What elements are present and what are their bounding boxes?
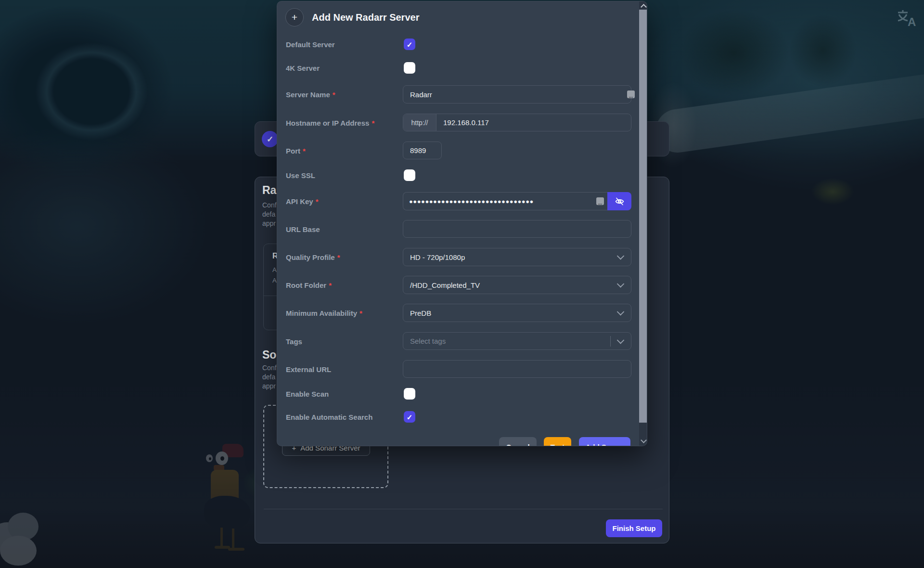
api-key-label: API Key* xyxy=(286,197,319,206)
field-row-root-folder: Root Folder* /HDD_Completed_TV xyxy=(286,276,630,294)
external-url-label: External URL xyxy=(286,365,331,373)
chevron-down-icon xyxy=(641,437,647,443)
radarr-section-desc-line1: Conf xyxy=(262,201,277,209)
chevron-down-icon xyxy=(617,308,625,316)
field-row-external-url: External URL xyxy=(286,360,630,378)
quality-profile-label: Quality Profile* xyxy=(286,253,340,261)
url-base-label: URL Base xyxy=(286,225,320,233)
external-url-input[interactable] xyxy=(403,360,631,378)
required-marker: * xyxy=(337,253,340,261)
radarr-section-desc-line2: defa xyxy=(262,210,275,218)
protocol-prefix: http:// xyxy=(403,114,436,131)
screen: A ✓ Ra Conf defa appr R A A So Conf defa… xyxy=(0,0,924,568)
check-icon: ✓ xyxy=(407,41,413,48)
modal-scrollbar[interactable] xyxy=(639,1,647,446)
enable-scan-label: Enable Scan xyxy=(286,390,329,398)
sonarr-section-desc-line3: appr xyxy=(262,382,276,390)
field-row-4k-server: 4K Server xyxy=(286,62,630,74)
hostname-input[interactable] xyxy=(436,114,631,131)
scroll-down-button[interactable] xyxy=(639,435,647,446)
toggle-api-key-visibility-button[interactable] xyxy=(607,192,631,210)
scrollbar-thumb[interactable] xyxy=(639,10,647,423)
field-row-enable-automatic-search: Enable Automatic Search ✓ xyxy=(286,411,630,423)
minimum-availability-value: PreDB xyxy=(410,309,431,317)
root-folder-value: /HDD_Completed_TV xyxy=(410,281,480,289)
autofill-icon[interactable]: ... xyxy=(627,90,635,98)
use-ssl-label: Use SSL xyxy=(286,171,315,180)
field-row-enable-scan: Enable Scan xyxy=(286,388,630,400)
field-row-api-key: API Key* ●●●●●●●●●●●●●●●●●●●●●●●●●●●●●●●… xyxy=(286,192,630,210)
radarr-server-card-line2: A xyxy=(272,277,277,284)
required-marker: * xyxy=(329,281,332,289)
chevron-down-icon xyxy=(617,252,625,260)
sonarr-section-desc-line1: Conf xyxy=(262,364,277,372)
server-name-label: Server Name* xyxy=(286,90,335,99)
tags-multiselect[interactable]: Select tags xyxy=(403,332,631,350)
field-row-server-name: Server Name* ... xyxy=(286,85,630,103)
tags-divider xyxy=(610,336,611,347)
hostname-input-group: http:// xyxy=(403,114,631,131)
eye-off-icon xyxy=(615,196,625,207)
field-row-quality-profile: Quality Profile* HD - 720p/1080p xyxy=(286,248,630,266)
cancel-button[interactable]: Cancel xyxy=(499,437,537,446)
radarr-section-desc-line3: appr xyxy=(262,219,276,227)
modal-title: Add New Radarr Server xyxy=(312,12,419,23)
add-server-button[interactable]: Add Server xyxy=(579,437,630,446)
root-folder-select[interactable]: /HDD_Completed_TV xyxy=(403,276,631,294)
enable-automatic-search-checkbox[interactable]: ✓ xyxy=(404,411,415,423)
field-row-url-base: URL Base xyxy=(286,220,630,238)
server-name-input[interactable] xyxy=(403,85,631,103)
finish-setup-button[interactable]: Finish Setup xyxy=(606,519,662,537)
root-folder-label: Root Folder* xyxy=(286,281,332,289)
chevron-down-icon xyxy=(617,280,625,288)
radarr-section-heading: Ra xyxy=(262,184,276,197)
required-marker: * xyxy=(359,309,362,317)
quality-profile-select[interactable]: HD - 720p/1080p xyxy=(403,248,631,266)
url-base-input[interactable] xyxy=(403,220,631,238)
field-row-hostname: Hostname or IP Address* http:// xyxy=(286,114,630,131)
field-row-port: Port* xyxy=(286,142,630,159)
modal-header: + Add New Radarr Server xyxy=(277,1,647,32)
sonarr-section-desc-line2: defa xyxy=(262,373,275,381)
scroll-up-button[interactable] xyxy=(639,1,647,10)
required-marker: * xyxy=(303,146,306,155)
tags-placeholder: Select tags xyxy=(410,337,446,345)
chevron-down-icon xyxy=(617,336,625,344)
enable-scan-checkbox[interactable] xyxy=(404,388,415,400)
step-complete-check-icon: ✓ xyxy=(262,131,278,147)
field-row-use-ssl: Use SSL xyxy=(286,169,630,181)
api-key-input[interactable]: ●●●●●●●●●●●●●●●●●●●●●●●●●●●●●●● xyxy=(403,192,607,210)
radarr-server-card-line1: A xyxy=(272,266,277,273)
test-button[interactable]: Test xyxy=(544,437,571,446)
default-server-label: Default Server xyxy=(286,40,335,49)
autofill-icon[interactable]: ... xyxy=(596,197,604,205)
field-row-default-server: Default Server ✓ xyxy=(286,39,630,50)
tags-label: Tags xyxy=(286,337,302,345)
port-input[interactable] xyxy=(403,142,442,159)
minimum-availability-select[interactable]: PreDB xyxy=(403,304,631,322)
default-server-checkbox[interactable]: ✓ xyxy=(404,39,415,50)
field-row-minimum-availability: Minimum Availability* PreDB xyxy=(286,304,630,322)
minimum-availability-label: Minimum Availability* xyxy=(286,309,362,317)
enable-automatic-search-label: Enable Automatic Search xyxy=(286,413,372,421)
field-row-tags: Tags Select tags xyxy=(286,332,630,350)
use-ssl-checkbox[interactable] xyxy=(404,169,415,181)
chevron-up-icon xyxy=(641,4,647,10)
sonarr-section-heading: So xyxy=(262,349,276,361)
hostname-label: Hostname or IP Address* xyxy=(286,118,374,127)
translate-icon[interactable]: A xyxy=(896,9,917,28)
plus-icon: + xyxy=(285,8,304,26)
port-label: Port* xyxy=(286,146,306,155)
4k-server-label: 4K Server xyxy=(286,64,320,72)
svg-text:A: A xyxy=(908,15,916,28)
card-footer-divider xyxy=(264,509,663,509)
required-marker: * xyxy=(316,197,319,206)
required-marker: * xyxy=(333,90,335,99)
modal-footer: Cancel Test Add Server xyxy=(286,437,630,446)
check-icon: ✓ xyxy=(407,413,413,421)
quality-profile-value: HD - 720p/1080p xyxy=(410,253,465,261)
4k-server-checkbox[interactable] xyxy=(404,62,415,74)
required-marker: * xyxy=(372,118,374,127)
add-radarr-server-modal: + Add New Radarr Server Default Server ✓… xyxy=(277,1,647,446)
